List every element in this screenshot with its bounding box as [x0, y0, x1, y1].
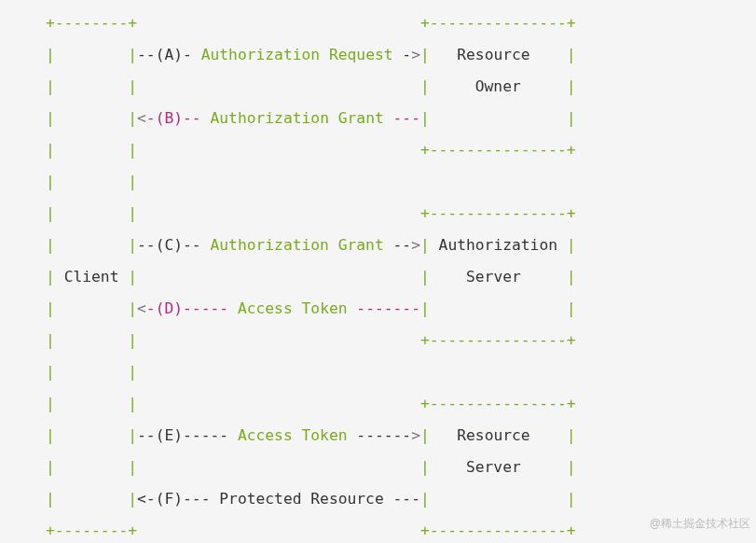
flow-f-prefix: <-(F)---	[137, 490, 210, 508]
resource-owner-l2: Owner	[475, 77, 521, 95]
flow-e-label: Access Token	[238, 426, 348, 444]
auth-server-l2: Server	[466, 268, 521, 285]
flow-c-suffix: --	[393, 236, 412, 254]
flow-b-suffix: ---	[393, 109, 420, 127]
oauth2-abstract-flow-diagram: +--------+ +---------------+ | |--(A)- A…	[0, 0, 756, 543]
auth-server-l1: Authorization	[439, 236, 557, 254]
flow-b-prefix: -(B)--	[146, 109, 201, 127]
flow-b-label: Authorization Grant	[211, 109, 384, 127]
flow-a-label: Authorization Request	[201, 46, 393, 63]
flow-f-label: Protected Resource	[219, 490, 383, 508]
client-label: Client	[64, 268, 119, 285]
flow-e-prefix: --(E)-----	[137, 426, 228, 444]
flow-a-prefix: --(A)-	[137, 46, 192, 63]
flow-d-suffix: -------	[356, 299, 420, 317]
watermark: @稀土掘金技术社区	[650, 508, 750, 539]
flow-c-label: Authorization Grant	[210, 236, 383, 254]
flow-c-prefix: --(C)--	[137, 236, 201, 254]
flow-d-label: Access Token	[238, 299, 348, 317]
resource-server-l2: Server	[466, 458, 521, 476]
flow-f-suffix: ---	[393, 490, 420, 508]
resource-owner-l1: Resource	[457, 46, 529, 63]
flow-e-suffix: ------	[356, 426, 411, 444]
flow-d-prefix: -(D)-----	[146, 299, 228, 317]
resource-server-l1: Resource	[457, 426, 529, 444]
